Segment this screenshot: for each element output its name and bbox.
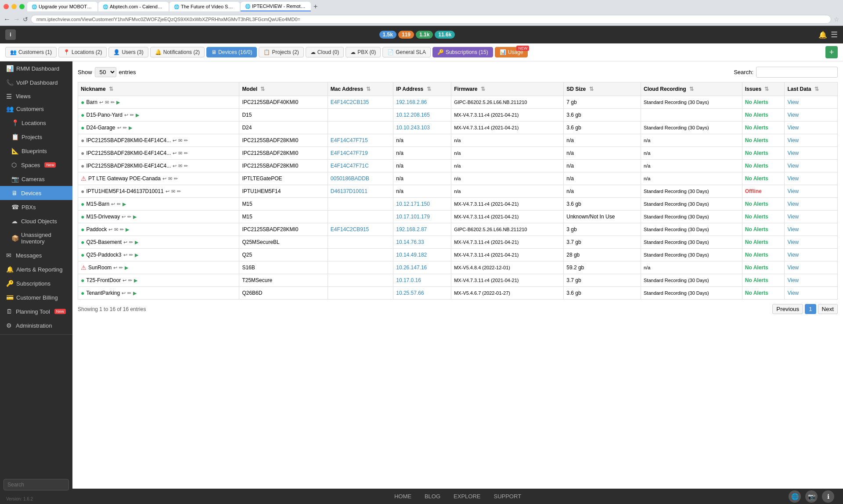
- row-edit-icon-3[interactable]: ✏: [184, 138, 188, 143]
- back-btn[interactable]: ←: [4, 15, 11, 23]
- add-device-btn[interactable]: +: [825, 46, 838, 58]
- sidebar-item-administration[interactable]: ⚙Administration: [0, 318, 72, 332]
- window-controls[interactable]: [4, 4, 25, 9]
- ip-link-1[interactable]: 10.12.208.165: [396, 112, 430, 118]
- col-header-model[interactable]: Model ⇅: [239, 82, 328, 96]
- row-mac-10[interactable]: E4F14C2CB915: [328, 223, 393, 236]
- row-ip-13[interactable]: 10.26.147.16: [393, 261, 451, 274]
- table-search-input[interactable]: [756, 67, 838, 78]
- row-mail-icon-10[interactable]: ✉: [114, 227, 118, 232]
- row-edit-icon-2[interactable]: ✏: [123, 125, 127, 131]
- page-1-btn[interactable]: 1: [805, 304, 816, 314]
- row-last-data-14[interactable]: View: [785, 274, 838, 287]
- address-bar[interactable]: rmm.iptechview.com/ViewCustomer/Y1hxNFMv…: [31, 15, 831, 24]
- row-mac-12[interactable]: [328, 249, 393, 261]
- row-edit-icon-13[interactable]: ✏: [119, 265, 123, 271]
- view-link-7[interactable]: View: [787, 188, 799, 194]
- view-link-6[interactable]: View: [787, 175, 799, 182]
- sub-tab-0[interactable]: 👥Customers (1): [5, 47, 57, 57]
- view-link-13[interactable]: View: [787, 265, 799, 271]
- row-history-icon-11[interactable]: ↩: [123, 239, 127, 245]
- row-history-icon-14[interactable]: ↩: [122, 278, 126, 283]
- row-play-icon-11[interactable]: ▶: [135, 239, 138, 245]
- reload-btn[interactable]: ↺: [23, 16, 28, 23]
- row-mac-7[interactable]: D46137D10011: [328, 185, 393, 198]
- view-link-2[interactable]: View: [787, 125, 799, 131]
- sidebar-item-subscriptions[interactable]: 🔑Subscriptions: [0, 276, 72, 290]
- row-last-data-4[interactable]: View: [785, 147, 838, 160]
- sub-tab-5[interactable]: 📋Projects (2): [259, 47, 303, 57]
- sidebar-item-cameras[interactable]: 📷Cameras: [0, 172, 72, 186]
- mac-link-7[interactable]: D46137D10011: [331, 188, 367, 194]
- footer-link-blog[interactable]: BLOG: [425, 493, 440, 500]
- footer-link-support[interactable]: SUPPORT: [494, 493, 521, 500]
- mac-link-3[interactable]: E4F14C47F715: [331, 137, 368, 143]
- view-link-11[interactable]: View: [787, 239, 799, 245]
- row-ip-0[interactable]: 192.168.2.86: [393, 96, 451, 109]
- row-last-data-3[interactable]: View: [785, 134, 838, 147]
- new-tab-btn[interactable]: +: [313, 3, 317, 11]
- row-edit-icon-8[interactable]: ✏: [117, 201, 121, 207]
- minimize-window-btn[interactable]: [11, 4, 17, 9]
- sidebar-item-rmm-dashboard[interactable]: 📊RMM Dashboard: [0, 61, 72, 75]
- row-history-icon-5[interactable]: ↩: [173, 163, 177, 169]
- row-last-data-0[interactable]: View: [785, 96, 838, 109]
- row-edit-icon-11[interactable]: ✏: [129, 239, 133, 245]
- ip-link-8[interactable]: 10.12.171.150: [396, 201, 430, 207]
- sidebar-search-input[interactable]: [4, 479, 69, 490]
- ip-link-11[interactable]: 10.14.76.33: [396, 239, 424, 245]
- row-history-icon-10[interactable]: ↩: [108, 227, 112, 232]
- sidebar-item-customers[interactable]: 👥Customers: [0, 102, 72, 116]
- browser-tab-3[interactable]: 🌐IPTECHVIEW - Remote Monitorin...: [241, 2, 311, 11]
- row-play-icon-1[interactable]: ▶: [136, 112, 139, 118]
- sidebar-item-spaces[interactable]: ⬡SpacesNew: [0, 158, 72, 172]
- row-play-icon-10[interactable]: ▶: [126, 227, 129, 232]
- row-edit-icon-9[interactable]: ✏: [127, 214, 131, 220]
- col-header-nickname[interactable]: Nickname ⇅: [78, 82, 239, 96]
- view-link-14[interactable]: View: [787, 277, 799, 283]
- next-page-btn[interactable]: Next: [818, 304, 838, 314]
- row-history-icon-1[interactable]: ↩: [124, 112, 128, 118]
- row-ip-9[interactable]: 10.17.101.179: [393, 211, 451, 223]
- browser-tab-1[interactable]: 🌐Abptech.com - Calendar - Week...: [98, 2, 169, 11]
- row-mac-15[interactable]: [328, 287, 393, 300]
- sub-tab-9[interactable]: 🔑Subscriptions (15): [432, 47, 493, 57]
- row-play-icon-12[interactable]: ▶: [135, 252, 138, 258]
- view-link-0[interactable]: View: [787, 99, 799, 105]
- sub-tab-1[interactable]: 📍Locations (2): [58, 47, 107, 57]
- row-edit-icon-7[interactable]: ✏: [177, 189, 181, 194]
- row-mail-icon-6[interactable]: ✉: [168, 176, 172, 182]
- sub-tab-2[interactable]: 👤Users (3): [108, 47, 148, 57]
- row-ip-14[interactable]: 10.17.0.16: [393, 274, 451, 287]
- footer-camera-icon[interactable]: 📷: [805, 490, 818, 503]
- row-history-icon-0[interactable]: ↩: [99, 100, 103, 105]
- col-header-last-data[interactable]: Last Data ⇅: [785, 82, 838, 96]
- prev-page-btn[interactable]: Previous: [772, 304, 803, 314]
- ip-link-9[interactable]: 10.17.101.179: [396, 214, 430, 220]
- row-edit-icon-12[interactable]: ✏: [129, 252, 133, 258]
- sub-tab-6[interactable]: ☁Cloud (0): [306, 47, 344, 57]
- sidebar-item-pbxs[interactable]: ☎PBXs: [0, 200, 72, 214]
- footer-globe-icon[interactable]: 🌐: [789, 490, 801, 503]
- sidebar-item-voip-dashboard[interactable]: 📞VoIP Dashboard: [0, 75, 72, 89]
- sub-tab-10[interactable]: 📊UsageNEW: [495, 47, 528, 57]
- col-header-mac-address[interactable]: Mac Address ⇅: [328, 82, 393, 96]
- row-mac-14[interactable]: [328, 274, 393, 287]
- row-play-icon-14[interactable]: ▶: [134, 278, 137, 283]
- row-mac-6[interactable]: 0050186BADDB: [328, 172, 393, 185]
- row-mac-4[interactable]: E4F14C47F719: [328, 147, 393, 160]
- row-play-icon-15[interactable]: ▶: [133, 290, 137, 296]
- row-last-data-7[interactable]: View: [785, 185, 838, 198]
- col-header-sd-size[interactable]: SD Size ⇅: [564, 82, 641, 96]
- row-history-icon-13[interactable]: ↩: [113, 265, 117, 271]
- row-mail-icon-7[interactable]: ✉: [171, 189, 175, 194]
- row-history-icon-9[interactable]: ↩: [122, 214, 126, 220]
- row-last-data-9[interactable]: View: [785, 211, 838, 223]
- row-history-icon-2[interactable]: ↩: [117, 125, 121, 131]
- close-window-btn[interactable]: [4, 4, 9, 9]
- row-last-data-5[interactable]: View: [785, 160, 838, 172]
- ip-link-15[interactable]: 10.25.57.66: [396, 290, 424, 296]
- sub-tab-4[interactable]: 🖥Devices (16/0): [206, 47, 257, 57]
- row-mail-icon-0[interactable]: ✉: [105, 100, 109, 105]
- row-last-data-8[interactable]: View: [785, 198, 838, 211]
